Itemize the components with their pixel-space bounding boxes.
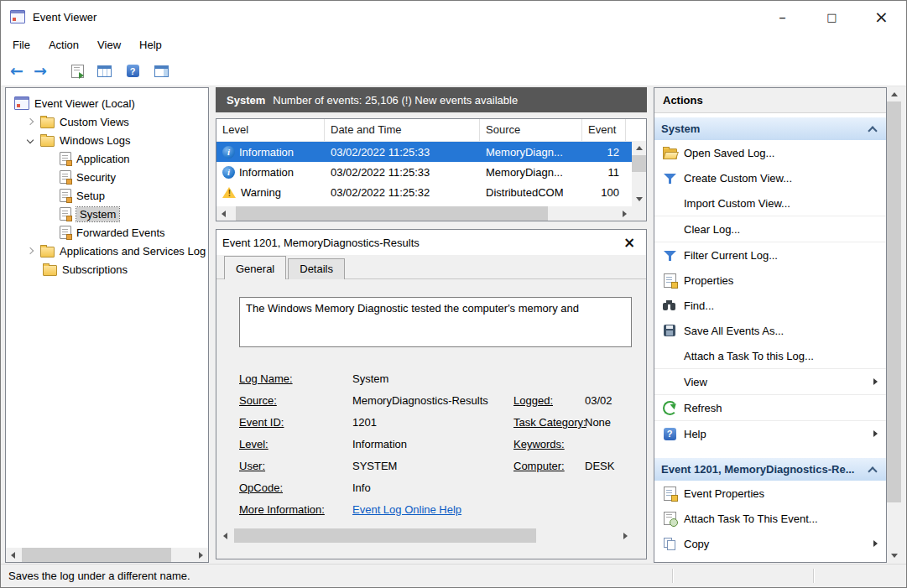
tree-item-setup[interactable]: Setup: [6, 186, 208, 205]
preview-title: Event 1201, MemoryDiagnostics-Results: [222, 237, 420, 249]
minimize-button[interactable]: –: [758, 1, 807, 33]
tree-item-forwarded-events[interactable]: Forwarded Events: [6, 223, 208, 242]
preview-header: Event 1201, MemoryDiagnostics-Results ×: [216, 230, 646, 255]
action-clear-log[interactable]: Clear Log...: [654, 216, 886, 242]
scroll-thumb[interactable]: [632, 155, 646, 172]
event-log-online-help-link[interactable]: Event Log Online Help: [352, 499, 461, 521]
action-filter-current-log[interactable]: Filter Current Log...: [654, 242, 886, 268]
tree-item-security[interactable]: Security: [6, 168, 208, 186]
tree-item-root[interactable]: Event Viewer (Local): [6, 94, 208, 112]
menu-view[interactable]: View: [88, 33, 130, 56]
action-refresh[interactable]: Refresh: [654, 395, 886, 421]
actions-section-system[interactable]: System: [654, 117, 886, 140]
preview-horizontal-scrollbar[interactable]: [218, 528, 633, 543]
collapse-chevron-icon[interactable]: [868, 126, 877, 135]
action-attach-task-to-event[interactable]: Attach Task To This Event...: [654, 506, 886, 531]
tree-horizontal-scrollbar[interactable]: [6, 548, 208, 562]
log-icon: [60, 152, 71, 165]
scroll-right-icon[interactable]: [618, 206, 632, 221]
scroll-thumb[interactable]: [22, 548, 171, 562]
event-description: The Windows Memory Diagnostic tested the…: [246, 302, 579, 315]
action-help[interactable]: Help: [654, 421, 886, 446]
scroll-left-icon[interactable]: [6, 548, 20, 562]
scroll-right-icon[interactable]: [194, 548, 208, 562]
menu-file[interactable]: File: [3, 33, 39, 56]
action-copy[interactable]: Copy: [654, 531, 886, 556]
log-summary-bar: System Number of events: 25,106 (!) New …: [216, 87, 647, 112]
help-toolbar-button[interactable]: [122, 60, 143, 82]
save-icon: [664, 325, 675, 336]
actions-vertical-scrollbar[interactable]: [887, 87, 901, 563]
scroll-thumb[interactable]: [234, 528, 536, 543]
event-row[interactable]: Information 03/02/2022 11:25:33 MemoryDi…: [216, 142, 632, 162]
action-create-custom-view[interactable]: Create Custom View...: [654, 165, 886, 190]
tree-item-windows-logs[interactable]: Windows Logs: [6, 131, 208, 149]
scroll-down-icon[interactable]: [887, 549, 901, 563]
action-label: Attach a Task To this Log...: [684, 350, 814, 362]
status-divider: [813, 569, 814, 583]
close-preview-icon[interactable]: ×: [621, 234, 638, 251]
tree-item-system[interactable]: System: [6, 205, 208, 223]
forward-button[interactable]: →: [29, 60, 51, 82]
action-view[interactable]: View: [654, 369, 886, 395]
action-save-all-events-as[interactable]: Save All Events As...: [654, 318, 886, 343]
tab-general[interactable]: General: [224, 256, 286, 279]
help-icon: [664, 428, 676, 440]
event-list-horizontal-scrollbar[interactable]: [216, 206, 646, 221]
action-label: Help: [684, 428, 706, 440]
close-button[interactable]: ×: [857, 1, 906, 33]
show-action-pane-button[interactable]: [150, 60, 172, 82]
tree-item-applications-services-logs[interactable]: Applications and Services Log: [6, 242, 208, 260]
event-row[interactable]: Warning 03/02/2022 11:25:32 DistributedC…: [216, 182, 632, 202]
chevron-right-icon[interactable]: [27, 247, 34, 254]
action-event-properties[interactable]: Event Properties: [654, 481, 886, 506]
scroll-left-icon[interactable]: [218, 528, 232, 543]
column-level[interactable]: Level: [216, 119, 325, 141]
actions-pane-title: Actions: [654, 88, 886, 113]
action-label: Event Properties: [684, 487, 764, 500]
tree-item-subscriptions[interactable]: Subscriptions: [6, 260, 208, 278]
scroll-right-icon[interactable]: [618, 528, 633, 543]
event-description-box[interactable]: The Windows Memory Diagnostic tested the…: [239, 297, 632, 347]
folder-icon: [40, 136, 55, 147]
export-list-button[interactable]: [66, 60, 88, 82]
maximize-button[interactable]: □: [807, 1, 857, 33]
scroll-track[interactable]: [232, 528, 618, 543]
back-button[interactable]: ←: [6, 60, 28, 82]
chevron-right-icon[interactable]: [27, 118, 34, 125]
tree-item-custom-views[interactable]: Custom Views: [6, 112, 208, 131]
actions-section-event[interactable]: Event 1201, MemoryDiagnostics-Re...: [654, 458, 886, 481]
field-value: DESK: [585, 455, 646, 477]
action-import-custom-view[interactable]: Import Custom View...: [654, 190, 886, 216]
action-item-clipped[interactable]: [654, 556, 886, 563]
menu-action[interactable]: Action: [39, 33, 88, 56]
scrollbar-corner: [632, 206, 646, 221]
chevron-down-icon[interactable]: [27, 137, 34, 143]
column-source[interactable]: Source: [480, 119, 582, 141]
event-list-vertical-scrollbar[interactable]: [632, 141, 646, 206]
action-open-saved-log[interactable]: Open Saved Log...: [654, 140, 886, 165]
scroll-track[interactable]: [231, 206, 618, 221]
event-row[interactable]: Information 03/02/2022 11:25:33 MemoryDi…: [216, 162, 632, 182]
column-event-id[interactable]: Event: [582, 119, 626, 141]
forward-arrow-icon: →: [34, 63, 47, 79]
tree-item-application[interactable]: Application: [6, 149, 208, 168]
show-console-tree-button[interactable]: [93, 60, 115, 82]
action-find[interactable]: Find...: [654, 293, 886, 318]
scroll-up-icon[interactable]: [632, 141, 646, 155]
scroll-up-icon[interactable]: [887, 87, 901, 101]
tree-label-selected: System: [76, 207, 119, 221]
column-date-time[interactable]: Date and Time: [325, 119, 480, 141]
scroll-thumb[interactable]: [236, 206, 548, 221]
scroll-left-icon[interactable]: [216, 206, 231, 221]
collapse-chevron-icon[interactable]: [868, 466, 877, 476]
action-attach-task-to-log[interactable]: Attach a Task To this Log...: [654, 343, 886, 369]
scroll-thumb[interactable]: [887, 101, 901, 502]
action-label: Clear Log...: [684, 223, 740, 236]
scroll-track[interactable]: [20, 548, 194, 562]
action-properties[interactable]: Properties: [654, 268, 886, 293]
scroll-down-icon[interactable]: [632, 192, 646, 206]
menu-help[interactable]: Help: [130, 33, 171, 56]
tab-details[interactable]: Details: [288, 258, 345, 279]
main-area: Event Viewer (Local) Custom Views Window…: [1, 86, 906, 564]
